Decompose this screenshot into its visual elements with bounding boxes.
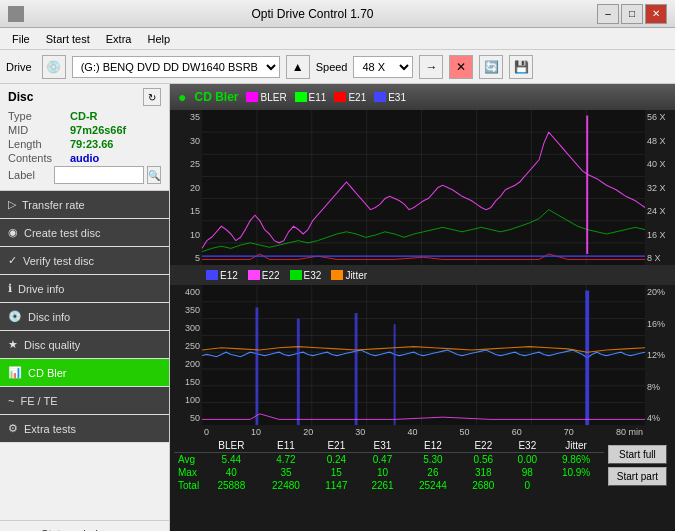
e21-color <box>334 92 346 102</box>
menu-file[interactable]: File <box>4 31 38 47</box>
menu-start-test[interactable]: Start test <box>38 31 98 47</box>
nav-fe-te[interactable]: ~ FE / TE <box>0 387 169 415</box>
bot-y-50: 50 <box>190 413 200 423</box>
col-e22: E22 <box>460 439 506 453</box>
fe-te-label: FE / TE <box>20 395 57 407</box>
drive-select[interactable]: (G:) BENQ DVD DD DW1640 BSRB <box>72 56 280 78</box>
label-input[interactable] <box>54 166 144 184</box>
avg-e21: 0.24 <box>313 453 359 467</box>
fe-te-icon: ~ <box>8 395 14 407</box>
max-bler: 40 <box>204 466 259 479</box>
max-e31: 10 <box>359 466 405 479</box>
nav-drive-info[interactable]: ℹ Drive info <box>0 275 169 303</box>
window-controls: – □ ✕ <box>597 4 667 24</box>
top-y-label-10: 10 <box>190 230 200 240</box>
e12-color <box>206 270 218 280</box>
col-e11: E11 <box>259 439 314 453</box>
x-label-20: 20 <box>303 427 313 437</box>
drive-eject-btn[interactable]: ▲ <box>286 55 310 79</box>
nav-disc-quality[interactable]: ★ Disc quality <box>0 331 169 359</box>
stats-table: BLER E11 E21 E31 E12 E22 E32 Jitter <box>174 439 604 492</box>
top-y-label-20: 20 <box>190 183 200 193</box>
stats-area: BLER E11 E21 E31 E12 E22 E32 Jitter <box>170 437 675 494</box>
x-label-40: 40 <box>407 427 417 437</box>
drive-icon-btn[interactable]: 💿 <box>42 55 66 79</box>
avg-e12: 5.30 <box>406 453 461 467</box>
stats-total-row: Total 25888 22480 1147 2261 25244 2680 0 <box>174 479 604 492</box>
start-full-button[interactable]: Start full <box>608 445 667 464</box>
e22-line-chart <box>202 414 645 420</box>
action-buttons: Start full Start part <box>604 439 671 492</box>
nav-verify-test-disc[interactable]: ✓ Verify test disc <box>0 247 169 275</box>
total-e12: 25244 <box>406 479 461 492</box>
top-y-label-25: 25 <box>190 159 200 169</box>
legend-e31: E31 <box>374 92 406 103</box>
label-search-btn[interactable]: 🔍 <box>147 166 161 184</box>
close-button[interactable]: ✕ <box>645 4 667 24</box>
start-part-button[interactable]: Start part <box>608 467 667 486</box>
nav-extra-tests[interactable]: ⚙ Extra tests <box>0 415 169 443</box>
contents-value: audio <box>70 152 99 164</box>
col-e12: E12 <box>406 439 461 453</box>
legend-bler: BLER <box>246 92 286 103</box>
length-label: Length <box>8 138 70 150</box>
chart-header: ● CD Bler BLER E11 E21 E31 <box>170 84 675 110</box>
col-e21: E21 <box>313 439 359 453</box>
cd-bler-icon: 📊 <box>8 366 22 379</box>
total-e11: 22480 <box>259 479 314 492</box>
top-yr-40: 40 X <box>647 159 666 169</box>
clear-btn[interactable]: ✕ <box>449 55 473 79</box>
speed-select[interactable]: 48 X 40 X 32 X 24 X 16 X <box>353 56 413 78</box>
e11-color <box>295 92 307 102</box>
extra-tests-label: Extra tests <box>24 423 76 435</box>
avg-jitter: 9.86% <box>548 453 604 467</box>
nav-cd-bler[interactable]: 📊 CD Bler <box>0 359 169 387</box>
type-value: CD-R <box>70 110 98 122</box>
minimize-button[interactable]: – <box>597 4 619 24</box>
e21-label: E21 <box>348 92 366 103</box>
max-e12: 26 <box>406 466 461 479</box>
right-content: ● CD Bler BLER E11 E21 E31 <box>170 84 675 531</box>
avg-e32: 0.00 <box>506 453 548 467</box>
total-e22: 2680 <box>460 479 506 492</box>
disc-refresh-btn[interactable]: ↻ <box>143 88 161 106</box>
top-y-label-15: 15 <box>190 206 200 216</box>
speed-label: Speed <box>316 61 348 73</box>
status-window-button[interactable]: Status window >> <box>0 520 169 531</box>
legend-e11: E11 <box>295 92 327 103</box>
speed-arrow-btn[interactable]: → <box>419 55 443 79</box>
nav-disc-info[interactable]: 💿 Disc info <box>0 303 169 331</box>
drive-label: Drive <box>6 61 32 73</box>
e21-line <box>202 254 645 260</box>
jitter-color <box>331 270 343 280</box>
mid-label: MID <box>8 124 70 136</box>
bot-yr-8: 8% <box>647 382 660 392</box>
save-btn[interactable]: 💾 <box>509 55 533 79</box>
legend-e21: E21 <box>334 92 366 103</box>
maximize-button[interactable]: □ <box>621 4 643 24</box>
x-label-60: 60 <box>512 427 522 437</box>
menu-help[interactable]: Help <box>139 31 178 47</box>
app-title: Opti Drive Control 1.70 <box>28 7 597 21</box>
e31-color <box>374 92 386 102</box>
mid-value: 97m26s66f <box>70 124 126 136</box>
max-e21: 15 <box>313 466 359 479</box>
top-yr-56: 56 X <box>647 112 666 122</box>
bler-line <box>202 132 645 248</box>
e32-label: E32 <box>304 270 322 281</box>
disc-info-icon: 💿 <box>8 310 22 323</box>
sidebar: Disc ↻ Type CD-R MID 97m26s66f Length 79… <box>0 84 170 531</box>
top-yr-8: 8 X <box>647 253 661 263</box>
nav-create-test-disc[interactable]: ◉ Create test disc <box>0 219 169 247</box>
nav-transfer-rate[interactable]: ▷ Transfer rate <box>0 191 169 219</box>
bot-yr-16: 16% <box>647 319 665 329</box>
refresh-btn[interactable]: 🔄 <box>479 55 503 79</box>
menu-extra[interactable]: Extra <box>98 31 140 47</box>
x-label-50: 50 <box>460 427 470 437</box>
col-bler: BLER <box>204 439 259 453</box>
top-y-label-35: 35 <box>190 112 200 122</box>
create-test-disc-icon: ◉ <box>8 226 18 239</box>
stats-avg-row: Avg 5.44 4.72 0.24 0.47 5.30 0.56 0.00 9… <box>174 453 604 467</box>
bot-y-200: 200 <box>185 359 200 369</box>
e32-color <box>290 270 302 280</box>
